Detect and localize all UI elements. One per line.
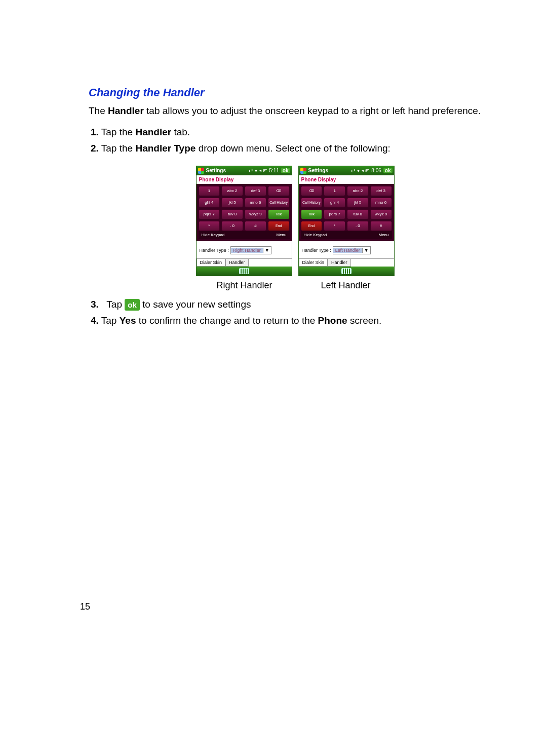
l: End	[308, 224, 315, 228]
key-6[interactable]: mno 6	[245, 198, 266, 208]
clock: 5:11	[269, 168, 279, 173]
titlebar: Settings ⇄ ▾ ◀೯ 5:11 ok	[197, 166, 292, 175]
key-5[interactable]: jkl 5	[221, 198, 243, 208]
key-6[interactable]: mno 6	[370, 198, 392, 208]
tab-handler[interactable]: Handler	[328, 259, 351, 267]
l: #	[254, 223, 256, 228]
t: Yes	[120, 315, 136, 326]
key-0[interactable]: . 0	[347, 221, 369, 231]
key-1[interactable]: 1	[199, 186, 220, 196]
tab-handler[interactable]: Handler	[225, 259, 249, 267]
key-5[interactable]: jkl 5	[347, 198, 369, 208]
subtitle: Phone Display	[299, 175, 394, 184]
handler-type-dropdown[interactable]: Right Handler ▼	[230, 246, 271, 254]
page-number: 15	[80, 601, 90, 612]
key-9[interactable]: wxyz 9	[370, 209, 392, 219]
l: mno 6	[375, 200, 386, 205]
key-3[interactable]: def 3	[245, 186, 266, 196]
key-4[interactable]: ghi 4	[324, 198, 345, 208]
tab-dialer-skin[interactable]: Dialer Skin	[299, 259, 328, 267]
key-talk[interactable]: Talk	[301, 209, 323, 219]
tab-dialer-skin[interactable]: Dialer Skin	[197, 259, 226, 267]
key-hash[interactable]: #	[370, 221, 392, 231]
figure-row: Settings ⇄ ▾ ◀೯ 5:11 ok Phone Display 1 …	[89, 166, 501, 276]
key-end[interactable]: End	[301, 221, 323, 231]
key-1[interactable]: 1	[324, 186, 345, 196]
caption-right: Right Handler	[197, 280, 292, 291]
handler-panel: Handler Type : Left Handler ▼	[299, 241, 394, 258]
tabs: Dialer Skin Handler	[299, 258, 394, 267]
l: wxyz 9	[375, 212, 387, 216]
key-8[interactable]: tuv 8	[221, 209, 243, 219]
n: 1.	[91, 127, 99, 137]
l: 1	[333, 188, 335, 193]
menu[interactable]: Menu	[276, 233, 286, 237]
ok-button[interactable]: ok	[383, 168, 393, 173]
keypad-bar: Hide Keypad Menu	[199, 231, 290, 239]
key-backspace[interactable]: ⌫	[301, 186, 323, 196]
key-2[interactable]: abc 2	[347, 186, 369, 196]
key-star[interactable]: *	[324, 221, 345, 231]
key-3[interactable]: def 3	[370, 186, 392, 196]
key-call-history[interactable]: Call History	[301, 198, 323, 208]
key-call-history[interactable]: Call History	[268, 198, 290, 208]
selected: Left Handler	[333, 248, 362, 253]
section-heading: Changing the Handler	[89, 86, 501, 99]
keypad-area: ⌫ 1 abc 2 def 3 Call History ghi 4 jkl 5…	[299, 184, 394, 241]
l: . 0	[230, 223, 235, 228]
hide-keypad[interactable]: Hide Keypad	[202, 233, 225, 237]
bottom-bar	[299, 267, 394, 276]
ok-button[interactable]: ok	[281, 168, 290, 173]
key-9[interactable]: wxyz 9	[245, 209, 266, 219]
subtitle: Phone Display	[197, 175, 292, 184]
l: End	[276, 224, 282, 228]
key-0[interactable]: . 0	[221, 221, 243, 231]
key-2[interactable]: abc 2	[221, 186, 243, 196]
steps-list: 1. Tap the Handler tab. 2. Tap the Handl…	[89, 126, 501, 156]
l: mno 6	[250, 200, 261, 205]
step-1: 1. Tap the Handler tab.	[91, 126, 501, 139]
sync-icon: ⇄	[249, 168, 253, 173]
keypad: 1 abc 2 def 3 ⌫ ghi 4 jkl 5 mno 6 Call H…	[199, 186, 290, 231]
hide-keypad[interactable]: Hide Keypad	[304, 233, 327, 237]
t: tab.	[171, 127, 190, 137]
t: drop down menu. Select one of the follow…	[196, 143, 390, 154]
step-3: 3. Tap ok to save your new settings	[91, 298, 501, 312]
volume-icon: ◀೯	[259, 168, 267, 173]
keyboard-icon[interactable]	[341, 268, 351, 274]
key-backspace[interactable]: ⌫	[268, 186, 290, 196]
selected: Right Handler	[231, 248, 263, 253]
chevron-down-icon: ▼	[263, 248, 271, 253]
keypad: ⌫ 1 abc 2 def 3 Call History ghi 4 jkl 5…	[301, 186, 392, 231]
volume-icon: ◀೯	[362, 168, 369, 173]
l: ghi 4	[330, 200, 339, 205]
l: *	[208, 223, 210, 228]
key-hash[interactable]: #	[245, 221, 266, 231]
t: The	[89, 105, 108, 116]
t: Tap the	[101, 127, 136, 137]
phone-right-handler: Settings ⇄ ▾ ◀೯ 5:11 ok Phone Display 1 …	[196, 166, 292, 276]
key-end[interactable]: End	[268, 221, 290, 231]
menu[interactable]: Menu	[378, 233, 388, 237]
n: 2.	[91, 143, 99, 154]
key-star[interactable]: *	[199, 221, 220, 231]
key-7[interactable]: pqrs 7	[324, 209, 345, 219]
step-4: 4. Tap Yes to confirm the change and to …	[91, 314, 501, 328]
n: 4.	[91, 315, 99, 326]
tabs: Dialer Skin Handler	[197, 258, 292, 267]
caption-left: Left Handler	[298, 280, 394, 291]
key-7[interactable]: pqrs 7	[199, 209, 220, 219]
l: #	[380, 223, 382, 228]
key-4[interactable]: ghi 4	[199, 198, 220, 208]
key-talk[interactable]: Talk	[268, 209, 290, 219]
titlebar: Settings ⇄ ▾ ◀೯ 8:06 ok	[299, 166, 394, 175]
key-8[interactable]: tuv 8	[347, 209, 369, 219]
l: ⌫	[276, 189, 281, 193]
keyboard-icon[interactable]	[239, 268, 249, 274]
handler-type-dropdown[interactable]: Left Handler ▼	[333, 246, 371, 254]
l: wxyz 9	[249, 212, 261, 216]
l: pqrs 7	[329, 212, 340, 216]
t: Handler	[135, 127, 171, 137]
l: tuv 8	[354, 212, 362, 216]
bottom-bar	[197, 267, 292, 276]
